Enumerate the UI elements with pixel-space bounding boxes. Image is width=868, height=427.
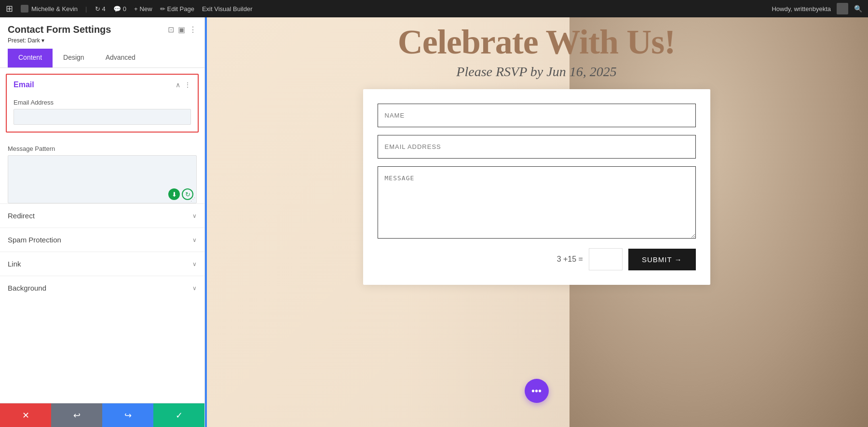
revision-item[interactable]: ↻ 4 [95,5,106,13]
message-pattern-area[interactable]: ⬇ ↻ ⋰ [8,155,197,203]
new-button[interactable]: + New [134,5,152,13]
collapsible-spam-protection[interactable]: Spam Protection ∨ [0,227,204,252]
email-section: Email ∧ ⋮ Email Address [6,74,199,133]
email-more-icon[interactable]: ⋮ [184,81,191,89]
name-field[interactable] [378,104,696,127]
link-label: Link [8,260,21,268]
user-avatar[interactable] [837,3,848,14]
site-name[interactable]: Michelle & Kevin [21,5,78,13]
bottom-toolbar: ✕ ↩ ↪ ✓ [0,403,204,427]
top-bar: ⊞ Michelle & Kevin | ↻ 4 💬 0 + New ✏ Edi… [0,0,868,17]
dots-icon: ••• [531,386,542,397]
search-icon[interactable]: 🔍 [854,5,862,13]
separator: | [85,5,87,13]
expand-icon[interactable]: ⊡ [168,25,174,34]
site-favicon [21,5,28,13]
sidebar: Contact Form Settings ⊡ ▣ ⋮ Preset: Dark… [0,17,205,427]
left-selection-bar [205,17,207,427]
preset-label: Preset: Dark [8,37,40,44]
redo-icon: ↪ [124,410,132,421]
undo-button[interactable]: ↩ [51,403,102,427]
sidebar-header: Contact Form Settings ⊡ ▣ ⋮ Preset: Dark… [0,17,204,68]
sidebar-preset[interactable]: Preset: Dark ▾ [8,37,197,44]
site-title-label: Michelle & Kevin [31,5,78,13]
tab-design-label: Design [63,53,84,61]
submit-button[interactable]: SUBMIT → [628,249,696,270]
main-inner: Celebrate With Us! Please RSVP by Jun 16… [205,17,868,427]
collapsible-redirect[interactable]: Redirect ∨ [0,203,204,227]
layout: Contact Form Settings ⊡ ▣ ⋮ Preset: Dark… [0,0,868,427]
captcha-label: 3 +15 = [557,255,583,264]
new-label: New [140,5,152,13]
floating-menu-button[interactable]: ••• [525,379,549,403]
sidebar-title-icons: ⊡ ▣ ⋮ [168,25,197,34]
cancel-button[interactable]: ✕ [0,403,51,427]
sidebar-body: Email ∧ ⋮ Email Address Message Pattern … [0,68,204,403]
rsvp-subtitle: Please RSVP by Jun 16, 2025 [456,64,616,80]
email-field[interactable] [378,135,696,159]
background-label: Background [8,284,46,292]
celebrate-rest: elebrate With Us! [422,23,675,61]
mp-dynamic-icon[interactable]: ⬇ [168,188,180,200]
email-section-title: Email [14,80,34,89]
sidebar-title: Contact Form Settings [8,24,111,35]
celebrate-c: C [398,23,422,61]
save-icon: ✓ [176,410,183,421]
redirect-label: Redirect [8,212,35,220]
preset-arrow-icon: ▾ [41,37,44,44]
link-arrow-icon: ∨ [192,261,197,267]
more-options-icon[interactable]: ⋮ [189,25,197,34]
main-content: Celebrate With Us! Please RSVP by Jun 16… [205,17,868,427]
howdy-text: Howdy, writtenbyekta [772,5,831,13]
spam-protection-label: Spam Protection [8,236,61,244]
captcha-input[interactable] [589,248,623,270]
tab-content[interactable]: Content [8,49,53,67]
tab-advanced-label: Advanced [106,53,136,61]
resize-handle-icon[interactable]: ⋰ [190,197,195,202]
revision-count: 4 [102,5,106,13]
email-address-label: Email Address [14,99,191,106]
tab-advanced[interactable]: Advanced [95,49,146,67]
tab-content-label: Content [18,53,42,61]
email-section-icons: ∧ ⋮ [176,81,191,89]
tab-design[interactable]: Design [53,49,95,67]
message-pattern-label: Message Pattern [0,138,204,155]
sidebar-title-row: Contact Form Settings ⊡ ▣ ⋮ [8,24,197,35]
comment-count: 0 [123,5,126,13]
message-field[interactable] [378,166,696,239]
spam-arrow-icon: ∨ [192,237,197,243]
message-pattern-icons: ⬇ ↻ [168,188,193,200]
email-section-header: Email ∧ ⋮ [7,75,198,95]
plus-icon: + [134,5,138,13]
layout-icon[interactable]: ▣ [178,25,185,34]
cancel-icon: ✕ [22,410,29,421]
edit-page-button[interactable]: ✏ Edit Page [160,5,194,13]
sidebar-tabs: Content Design Advanced [8,49,197,67]
celebrate-title: Celebrate With Us! [398,17,675,62]
redirect-arrow-icon: ∨ [192,213,197,219]
comment-icon: 💬 [113,5,121,13]
background-arrow-icon: ∨ [192,285,197,292]
collapsible-background[interactable]: Background ∨ [0,276,204,300]
redo-button[interactable]: ↪ [102,403,153,427]
wp-logo-icon[interactable]: ⊞ [6,3,13,14]
collapsible-link[interactable]: Link ∨ [0,252,204,276]
chevron-up-icon[interactable]: ∧ [176,81,180,89]
edit-icon: ✏ [160,5,165,13]
save-button[interactable]: ✓ [153,403,204,427]
email-section-body: Email Address [7,95,198,132]
undo-icon: ↩ [73,410,81,421]
form-bottom: 3 +15 = SUBMIT → [378,248,696,270]
top-bar-right: Howdy, writtenbyekta 🔍 [772,3,862,14]
email-address-input[interactable] [14,109,191,125]
contact-form: 3 +15 = SUBMIT → [363,89,710,285]
exit-builder-button[interactable]: Exit Visual Builder [202,5,253,13]
submit-label: SUBMIT → [642,255,682,264]
revision-icon: ↻ [95,5,100,13]
edit-page-label: Edit Page [167,5,194,13]
comment-item[interactable]: 💬 0 [113,5,126,13]
exit-builder-label: Exit Visual Builder [202,5,253,13]
